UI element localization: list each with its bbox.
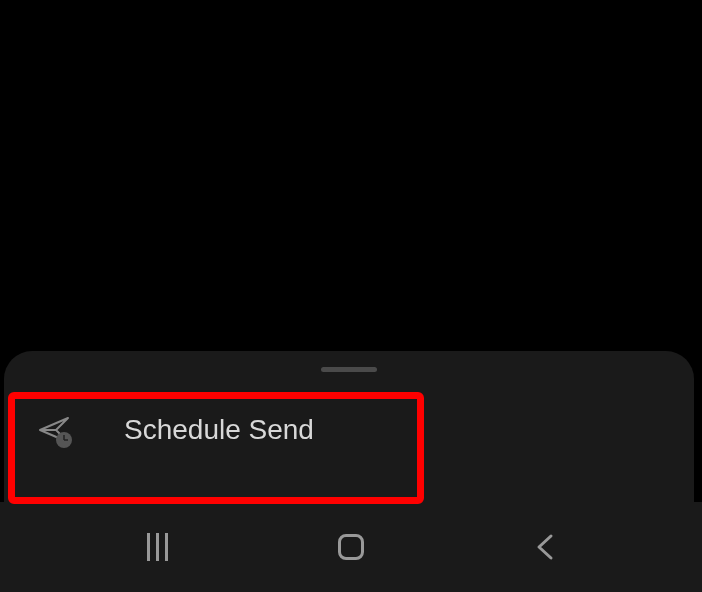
plane-clock-icon: [36, 410, 76, 450]
back-icon: [535, 532, 555, 562]
back-button[interactable]: [515, 527, 575, 567]
schedule-send-label: Schedule Send: [124, 414, 314, 446]
navigation-bar: [0, 502, 702, 592]
home-button[interactable]: [321, 527, 381, 567]
recents-icon: [147, 533, 168, 561]
schedule-send-menu-item[interactable]: Schedule Send: [4, 388, 694, 472]
home-icon: [338, 534, 364, 560]
drag-handle[interactable]: [321, 367, 377, 372]
bottom-sheet: Schedule Send: [4, 351, 694, 502]
recents-button[interactable]: [127, 527, 187, 567]
